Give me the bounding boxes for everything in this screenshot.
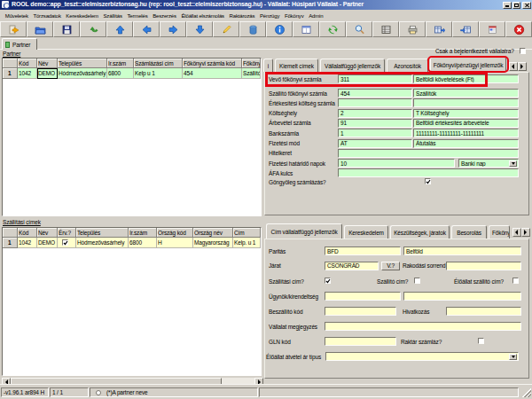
next-record-button[interactable]	[160, 21, 186, 37]
menu-penzugy[interactable]: Pénzügy	[257, 12, 282, 20]
bankszamla-nev-input[interactable]: 11111111-11111111-11111111	[413, 129, 519, 137]
tabs2-scroll-right[interactable]	[521, 228, 530, 237]
szallito-fokonyvi-szamla-nev-input[interactable]: Szállítók	[413, 89, 519, 98]
partner-cell-nev[interactable]: DEMO	[37, 68, 58, 79]
export-table-button[interactable]	[426, 21, 452, 37]
resize-grip[interactable]	[522, 388, 531, 397]
jarat-input[interactable]: CSONGRÁD	[325, 262, 379, 270]
koltseghely-nev-input[interactable]: T Költséghely	[413, 109, 519, 118]
window-button[interactable]	[293, 21, 319, 37]
shipping-col-nev[interactable]: Név	[37, 228, 58, 238]
fizetesi-hatarido-egyseg-select[interactable]: Banki nap	[458, 159, 519, 168]
combo-arrow2-icon[interactable]	[509, 354, 517, 360]
vallalat-megjegyzes-input[interactable]	[325, 322, 521, 331]
tabs-scroll-right[interactable]	[518, 62, 527, 71]
shipping-col-erv[interactable]: Érv.?	[58, 228, 76, 238]
shipping-cell-erv[interactable]	[58, 238, 76, 248]
combo-arrow-icon[interactable]	[509, 160, 517, 167]
partner-col-fokonyv[interactable]: Főköny	[242, 59, 261, 68]
shipping-col-cim[interactable]: Cím	[233, 228, 261, 238]
ugynok-input[interactable]	[325, 292, 401, 301]
edit-button[interactable]	[213, 21, 239, 37]
company-filter-checkbox[interactable]	[520, 48, 526, 54]
partner-col-telepules[interactable]: Település	[58, 59, 107, 68]
beszallito-kod-input[interactable]	[325, 307, 396, 316]
tab-azonositok[interactable]: Azonosítók	[387, 59, 428, 72]
partner-name-radio[interactable]	[96, 390, 101, 395]
partner-cell-fokonyvi-szamla-kod[interactable]: 454	[183, 68, 242, 79]
shipping-cell-nev[interactable]: DEMO	[37, 238, 58, 248]
gongyoleg-szamlazas-checkbox[interactable]	[425, 178, 431, 184]
refresh-button[interactable]	[319, 21, 346, 37]
tab-partner[interactable]: Partner	[2, 38, 37, 50]
menu-termeles[interactable]: Termelés	[125, 12, 151, 20]
shipping-col-orszag-kod[interactable]: Ország kód	[157, 228, 193, 238]
folder-open-button[interactable]	[27, 21, 53, 37]
szallito-cim-checkbox[interactable]	[414, 278, 420, 284]
menu-torzsadatok[interactable]: Törzsadatok	[31, 12, 64, 20]
close-button[interactable]	[522, 2, 531, 9]
shipping-cell-telepules[interactable]: Hódmezővásárhely	[76, 238, 129, 248]
menu-admin[interactable]: Admin	[306, 12, 325, 20]
szallito-fokonyvi-szamla-input[interactable]: 454	[338, 89, 412, 98]
exit-door-button[interactable]	[0, 21, 27, 37]
tab-fokonyvi-penzugyi-jellemzok[interactable]: Főkönyvi/pénzügyi jellemzők	[430, 57, 506, 72]
bankszamla-input[interactable]: 1	[338, 129, 412, 137]
close-app-button[interactable]	[505, 21, 532, 37]
eloallat-atvetel-ar-tipus-select[interactable]	[325, 352, 519, 361]
tabs2-scroll-left[interactable]	[512, 228, 521, 237]
partner-col-szamlazasi-cim[interactable]: Számlázási cím	[134, 59, 183, 68]
shipping-col-telepules[interactable]: Település	[76, 228, 129, 238]
partner-col-kod[interactable]: Kód	[18, 59, 37, 68]
raktar-szamlaz-checkbox[interactable]	[478, 338, 484, 344]
first-record-button[interactable]	[106, 21, 133, 37]
partner-cell-telepules[interactable]: Hódmezővásárhely	[58, 68, 107, 79]
tab-kiemelt-cimek[interactable]: Kiemelt címek	[275, 59, 318, 72]
partner-cell-fokonyv[interactable]: Szállító	[242, 68, 261, 79]
tabs-scroll-left[interactable]	[509, 62, 518, 71]
fizetesi-hatarido-napok-input[interactable]: 10	[338, 159, 455, 168]
vevo-fokonyvi-szamla-input[interactable]: 311	[338, 74, 412, 83]
partner-table[interactable]: Kód Név Település Ir.szám Számlázási cím…	[2, 58, 262, 216]
print-button[interactable]	[399, 21, 426, 37]
tab-fokonyv-sliver[interactable]: Főköny	[489, 225, 510, 239]
menu-szallitas[interactable]: Szállítás	[101, 12, 125, 20]
undo-button[interactable]	[80, 21, 106, 37]
list-button[interactable]	[372, 21, 399, 37]
partner-cell-irszam[interactable]: 6800	[107, 68, 134, 79]
ertekesitesi-koltseg-szamla-nev-input[interactable]	[413, 98, 519, 107]
tab-keszultsegek-jaratok[interactable]: Készültségek, járatok	[390, 225, 450, 239]
minimize-button[interactable]	[503, 2, 512, 9]
paritas-nev-input[interactable]: Belföld	[403, 246, 521, 255]
menu-fokonyv[interactable]: Főkönyv	[282, 12, 306, 20]
shipping-col-irszam[interactable]: Ir.szám	[129, 228, 157, 238]
ugynok-nev-input[interactable]	[403, 292, 521, 301]
vevo-fokonyvi-szamla-nev-input[interactable]: Belföldi követelések (Ft)	[413, 74, 519, 83]
hitelkeret-input[interactable]	[338, 149, 519, 158]
import-table-button[interactable]	[452, 21, 479, 37]
menu-kereskedelem[interactable]: Kereskedelem	[64, 12, 101, 20]
partner-col-nev[interactable]: Név	[37, 59, 58, 68]
menu-muveletek[interactable]: Műveletek	[3, 12, 31, 20]
partner-col-fokonyvi-szamla-kod[interactable]: Főkönyvi számla kód	[183, 59, 242, 68]
partner-row-number[interactable]: 1	[3, 68, 18, 79]
erv-checkbox[interactable]	[62, 239, 68, 246]
tab-besorolas[interactable]: Besorolás	[451, 225, 487, 239]
partner-col-irszam[interactable]: Ir.szám	[107, 59, 134, 68]
restore-icon-button[interactable]	[512, 2, 521, 9]
tab-cim-vallalatfuggo-jellemzok[interactable]: Cím vállalatfüggő jellemzők	[266, 223, 342, 239]
fizetesi-mod-input[interactable]: AT	[338, 139, 412, 148]
paritas-input[interactable]: BFD	[325, 246, 401, 255]
shipping-cell-orszag-kod[interactable]: H	[157, 238, 193, 248]
shipping-cell-kod[interactable]: 1042	[18, 238, 37, 248]
gln-kod-input[interactable]	[325, 337, 396, 346]
partner-cell-kod[interactable]: 1042	[18, 68, 37, 79]
tab-sliver[interactable]: i	[263, 59, 273, 72]
windows-button[interactable]	[479, 21, 505, 37]
last-record-button[interactable]	[186, 21, 213, 37]
shipping-cell-cim[interactable]: Kelp. u 1	[233, 238, 261, 248]
info-button[interactable]	[266, 21, 293, 37]
shipping-col-orszag-nev[interactable]: Ország név	[193, 228, 233, 238]
shipping-col-kod[interactable]: Kód	[18, 228, 37, 238]
arbevetel-szamla-nev-input[interactable]: Belföldi értékesítés árbevétele	[413, 119, 519, 128]
